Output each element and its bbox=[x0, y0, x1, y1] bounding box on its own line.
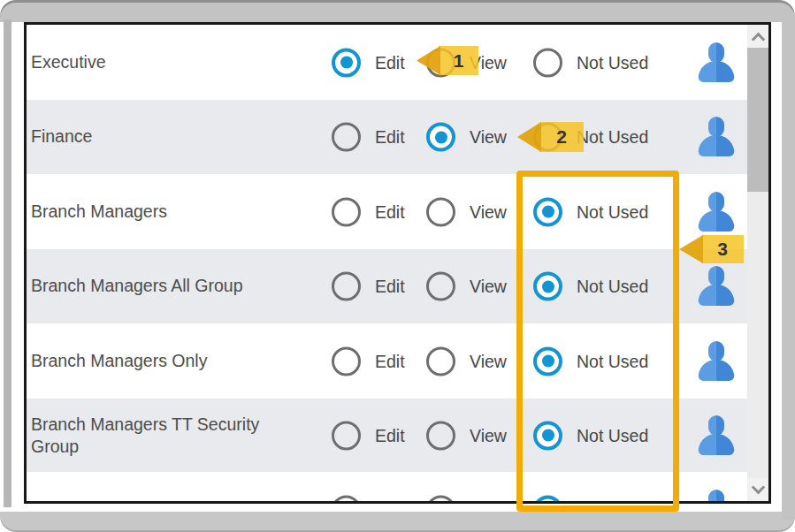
security-group-name: Branch Managers bbox=[31, 201, 283, 223]
table-row: Executive Edit View Not Used bbox=[27, 25, 747, 100]
radio-option-view[interactable]: View bbox=[426, 346, 507, 376]
radio-option-label: Not Used bbox=[577, 425, 648, 445]
radio-icon[interactable] bbox=[426, 421, 455, 450]
scroll-down-button[interactable] bbox=[747, 478, 768, 501]
radio-option-view[interactable]: View bbox=[426, 495, 507, 501]
security-group-name: Branch Managers Only bbox=[31, 350, 283, 372]
radio-icon[interactable] bbox=[533, 421, 562, 450]
radio-option-label: Not Used bbox=[577, 351, 648, 371]
radio-option-view[interactable]: View bbox=[426, 123, 507, 152]
radio-icon[interactable] bbox=[533, 123, 562, 152]
radio-option-label: Edit bbox=[375, 425, 405, 445]
person-icon bbox=[697, 192, 736, 232]
radio-option-label: Edit bbox=[375, 201, 405, 222]
radio-icon[interactable] bbox=[426, 272, 455, 301]
radio-icon[interactable] bbox=[332, 272, 361, 301]
chevron-up-icon bbox=[751, 32, 765, 46]
radio-option-edit[interactable]: Edit bbox=[332, 272, 405, 301]
radio-icon[interactable] bbox=[426, 123, 455, 152]
radio-option-not-used[interactable]: Not Used bbox=[533, 123, 648, 152]
radio-option-edit[interactable]: Edit bbox=[332, 495, 405, 501]
radio-option-not-used[interactable]: Not Used bbox=[533, 197, 648, 226]
table-row: Branch Managers Only Edit View Not Used bbox=[27, 323, 747, 399]
radio-icon[interactable] bbox=[332, 421, 361, 450]
radio-option-edit[interactable]: Edit bbox=[332, 48, 405, 77]
window-frame-right bbox=[782, 12, 795, 520]
security-group-name: Executive bbox=[31, 51, 283, 73]
person-icon bbox=[697, 490, 736, 502]
table-row: Branch Managers All Group Edit View Not … bbox=[27, 249, 747, 323]
radio-option-label: View bbox=[470, 201, 507, 222]
radio-option-label: Edit bbox=[375, 499, 405, 501]
security-group-name: Branch Managers All Group bbox=[31, 275, 283, 297]
radio-option-label: View bbox=[470, 277, 507, 297]
radio-option-label: Not Used bbox=[577, 201, 648, 222]
person-icon bbox=[697, 341, 736, 382]
person-icon bbox=[697, 266, 736, 307]
radio-icon[interactable] bbox=[533, 346, 562, 376]
radio-option-label: Edit bbox=[375, 52, 405, 72]
radio-icon[interactable] bbox=[426, 495, 455, 501]
radio-icon[interactable] bbox=[332, 123, 361, 152]
radio-option-not-used[interactable]: Not Used bbox=[533, 346, 648, 376]
radio-option-edit[interactable]: Edit bbox=[332, 197, 405, 226]
scroll-up-button[interactable] bbox=[747, 25, 768, 48]
radio-option-label: Not Used bbox=[577, 127, 648, 148]
permissions-table: Executive Edit View Not Used Finance Edi… bbox=[24, 22, 771, 504]
radio-icon[interactable] bbox=[332, 197, 361, 226]
radio-option-label: View bbox=[470, 425, 507, 445]
security-group-name: Compliance bbox=[31, 498, 283, 501]
radio-icon[interactable] bbox=[426, 197, 455, 226]
radio-option-label: View bbox=[470, 351, 507, 371]
radio-icon[interactable] bbox=[332, 346, 361, 376]
radio-option-label: Edit bbox=[375, 277, 405, 297]
radio-option-not-used[interactable]: Not Used bbox=[533, 495, 648, 501]
radio-option-not-used[interactable]: Not Used bbox=[533, 48, 648, 77]
radio-icon[interactable] bbox=[426, 346, 455, 376]
table-rows: Executive Edit View Not Used Finance Edi… bbox=[27, 25, 747, 501]
radio-option-edit[interactable]: Edit bbox=[332, 123, 405, 152]
radio-icon[interactable] bbox=[332, 48, 361, 77]
radio-option-view[interactable]: View bbox=[426, 421, 507, 450]
scrollbar-thumb[interactable] bbox=[747, 48, 768, 192]
radio-option-view[interactable]: View bbox=[426, 197, 507, 226]
security-group-name: Finance bbox=[31, 125, 283, 148]
person-icon bbox=[697, 42, 736, 83]
person-icon bbox=[697, 117, 736, 157]
window-frame-left bbox=[4, 19, 11, 507]
radio-icon[interactable] bbox=[332, 495, 361, 501]
radio-option-view[interactable]: View bbox=[426, 48, 507, 77]
radio-option-edit[interactable]: Edit bbox=[332, 346, 405, 376]
radio-option-label: Not Used bbox=[577, 52, 648, 72]
radio-icon[interactable] bbox=[533, 495, 562, 501]
radio-option-edit[interactable]: Edit bbox=[332, 421, 405, 450]
radio-option-view[interactable]: View bbox=[426, 272, 507, 301]
chevron-down-icon bbox=[751, 480, 765, 494]
window-frame-top bbox=[0, 0, 795, 22]
radio-option-not-used[interactable]: Not Used bbox=[533, 272, 648, 301]
vertical-scrollbar[interactable] bbox=[747, 25, 768, 501]
radio-option-label: View bbox=[470, 127, 507, 148]
security-group-name: Branch Managers TT Security Group bbox=[31, 413, 283, 458]
table-row: Branch Managers TT Security Group Edit V… bbox=[27, 399, 747, 472]
radio-icon[interactable] bbox=[426, 48, 455, 77]
radio-option-label: Not Used bbox=[577, 499, 648, 501]
radio-option-label: View bbox=[470, 499, 507, 501]
radio-icon[interactable] bbox=[533, 197, 562, 226]
window-frame-bottom bbox=[0, 512, 795, 532]
radio-option-label: View bbox=[470, 52, 507, 72]
radio-icon[interactable] bbox=[533, 48, 562, 77]
table-row: Compliance Edit View Not Used bbox=[27, 472, 747, 501]
person-icon bbox=[697, 415, 736, 456]
radio-option-label: Not Used bbox=[577, 277, 648, 297]
radio-option-not-used[interactable]: Not Used bbox=[533, 421, 648, 450]
table-row: Finance Edit View Not Used bbox=[27, 100, 747, 174]
window: Executive Edit View Not Used Finance Edi… bbox=[0, 0, 795, 532]
radio-icon[interactable] bbox=[533, 272, 562, 301]
radio-option-label: Edit bbox=[375, 351, 405, 371]
table-row: Branch Managers Edit View Not Used bbox=[27, 174, 747, 249]
radio-option-label: Edit bbox=[375, 127, 405, 148]
